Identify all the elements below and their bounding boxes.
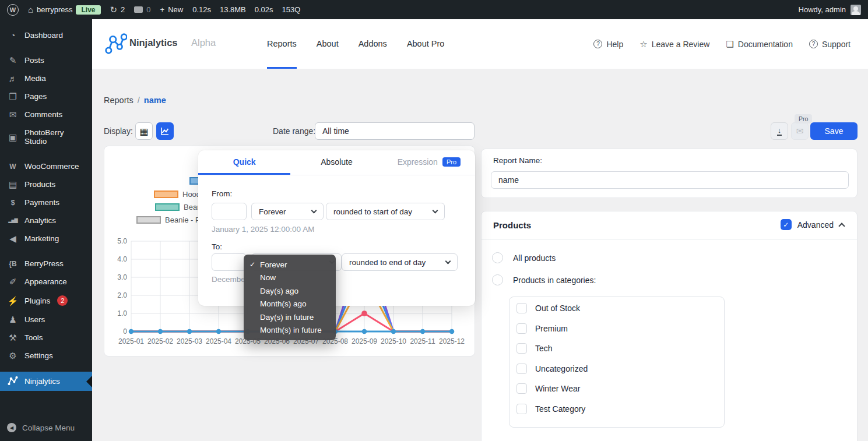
svg-text:2025-03: 2025-03	[177, 337, 202, 345]
from-rounding-select[interactable]: rounded to start of day	[326, 203, 445, 220]
svg-text:2025-01: 2025-01	[118, 337, 144, 345]
sidebar-item-label: Products	[24, 180, 55, 189]
perf-stat: 13.8MB	[220, 5, 246, 14]
tab-label: Absolute	[321, 157, 352, 167]
category-checkbox[interactable]	[516, 323, 527, 334]
email-report-button[interactable]: ✉	[791, 122, 809, 140]
sidebar-item-media[interactable]: ♬Media	[0, 69, 92, 87]
from-unit-select[interactable]: Forever	[251, 203, 324, 220]
save-button[interactable]: Save	[810, 122, 858, 140]
main-area: Ninjalytics Alpha ReportsAboutAddonsAbou…	[92, 19, 868, 441]
all-products-option[interactable]: All products	[492, 252, 556, 263]
sidebar-item-analytics[interactable]: ▂▅▇Analytics	[0, 211, 92, 230]
legend-item[interactable]: Beanie - Pr	[136, 216, 203, 224]
advanced-label: Advanced	[797, 220, 834, 230]
category-checkbox[interactable]	[516, 404, 527, 414]
legend-item[interactable]: Hood	[154, 190, 201, 199]
category-checkbox[interactable]	[516, 303, 527, 313]
category-label: Uncategorized	[535, 364, 588, 373]
tab-reports[interactable]: Reports	[267, 19, 297, 69]
dropdown-option-forever[interactable]: ✓Forever	[244, 258, 336, 271]
chevron-up-icon	[838, 223, 845, 229]
sidebar-item-marketing[interactable]: ◀Marketing	[0, 230, 92, 248]
sidebar-item-products[interactable]: ▤Products	[0, 175, 92, 193]
advanced-toggle[interactable]: ✓ Advanced	[781, 219, 844, 230]
posts-icon: ✎	[7, 56, 19, 65]
new-content-menu[interactable]: + New	[160, 5, 184, 14]
current-menu-arrow	[86, 376, 92, 387]
sidebar-item-photoberry-studio[interactable]: ▣PhotoBerry Studio	[0, 124, 92, 150]
products-icon: ▤	[7, 180, 19, 189]
sidebar-item-users[interactable]: ♟Users	[0, 311, 92, 329]
link-leave-a-review[interactable]: ☆Leave a Review	[639, 39, 709, 50]
breadcrumb-section[interactable]: Reports	[104, 96, 133, 105]
sidebar-item-dashboard[interactable]: ◔Dashboard	[0, 26, 92, 44]
link-support[interactable]: ?Support	[809, 40, 851, 49]
pages-icon: ❐	[7, 92, 19, 101]
download-button[interactable]: ↓	[771, 122, 788, 140]
tab-about-pro[interactable]: About Pro	[407, 19, 445, 69]
sidebar-item-label: PhotoBerry Studio	[24, 128, 85, 146]
all-products-radio[interactable]	[492, 252, 503, 263]
products-in-categories-radio[interactable]	[492, 274, 503, 285]
category-checkbox[interactable]	[516, 364, 527, 374]
sidebar-item-pages[interactable]: ❐Pages	[0, 87, 92, 105]
plugins-icon: ⚡	[7, 297, 19, 305]
display-chart-button[interactable]	[156, 122, 174, 140]
sidebar-item-plugins[interactable]: ⚡Plugins2	[0, 291, 92, 311]
link-help[interactable]: ?Help	[593, 40, 623, 49]
datepicker-tab-absolute[interactable]: Absolute	[290, 150, 382, 175]
category-checkbox[interactable]	[516, 383, 527, 394]
sidebar-item-posts[interactable]: ✎Posts	[0, 51, 92, 69]
settings-icon: ⚙	[7, 351, 19, 360]
site-menu[interactable]: ⌂ berrypress Live	[28, 5, 101, 15]
sidebar-item-tools[interactable]: ⚒Tools	[0, 329, 92, 347]
link-documentation[interactable]: ❏Documentation	[726, 39, 793, 50]
sidebar-separator	[0, 248, 92, 255]
from-amount-input[interactable]	[212, 203, 247, 220]
datepicker-tab-expression[interactable]: ExpressionPro	[383, 150, 475, 175]
category-row-uncategorized: Uncategorized	[516, 364, 588, 374]
to-amount-input[interactable]	[212, 253, 247, 271]
category-label: Out of Stock	[535, 304, 580, 313]
avatar[interactable]	[851, 5, 861, 15]
advanced-checkbox[interactable]: ✓	[781, 219, 792, 230]
display-table-button[interactable]: ▦	[135, 122, 153, 140]
from-preview: January 1, 2025 12:00:00 AM	[212, 225, 314, 234]
to-rounding-select[interactable]: rounded to end of day	[342, 253, 458, 271]
sidebar-item-comments[interactable]: ✉Comments	[0, 105, 92, 124]
dropdown-option-month-s-in-future[interactable]: Month(s) in future	[244, 324, 336, 337]
sidebar-item-appearance[interactable]: ✐Appearance	[0, 273, 92, 291]
report-name-input[interactable]	[491, 171, 849, 189]
svg-text:5.0: 5.0	[117, 238, 127, 245]
wp-logo-menu[interactable]: W	[7, 4, 19, 16]
sidebar-item-berrypress[interactable]: {BBerryPress	[0, 255, 92, 273]
dropdown-option-day-s-in-future[interactable]: Day(s) in future	[244, 311, 336, 324]
divider	[482, 239, 857, 240]
tab-about[interactable]: About	[317, 19, 339, 69]
comments-menu[interactable]: 0	[134, 5, 150, 14]
date-range-popup: QuickAbsoluteExpressionPro From: Forever…	[198, 150, 475, 306]
dropdown-option-now[interactable]: Now	[244, 271, 336, 285]
tab-addons[interactable]: Addons	[359, 19, 387, 69]
products-in-categories-option[interactable]: Products in categories:	[492, 274, 596, 285]
category-checkbox[interactable]	[516, 343, 527, 354]
legend-item[interactable]: Bean	[155, 203, 201, 211]
dropdown-option-day-s-ago[interactable]: Day(s) ago	[244, 284, 336, 298]
updates-menu[interactable]: ↻ 2	[110, 5, 125, 15]
sidebar-item-payments[interactable]: $Payments	[0, 193, 92, 211]
datepicker-tab-quick[interactable]: Quick	[198, 150, 290, 175]
sidebar-item-collapse-menu[interactable]: ◀ Collapse Menu	[0, 419, 92, 436]
breadcrumb-current: name	[144, 96, 166, 105]
sidebar-item-ninjalytics[interactable]: Ninjalytics	[0, 372, 92, 391]
dropdown-option-month-s-ago[interactable]: Month(s) ago	[244, 298, 336, 311]
tools-icon: ⚒	[7, 333, 19, 342]
howdy-admin[interactable]: Howdy, admin	[799, 5, 846, 14]
date-range-input[interactable]	[315, 122, 475, 140]
svg-text:2025-11: 2025-11	[410, 337, 435, 345]
sidebar-item-woocommerce[interactable]: WWooCommerce	[0, 157, 92, 175]
sidebar-item-label: Media	[24, 74, 46, 83]
sidebar-item-settings[interactable]: ⚙Settings	[0, 347, 92, 365]
chevron-down-icon	[433, 207, 438, 213]
sidebar-item-label: Plugins	[24, 297, 50, 305]
